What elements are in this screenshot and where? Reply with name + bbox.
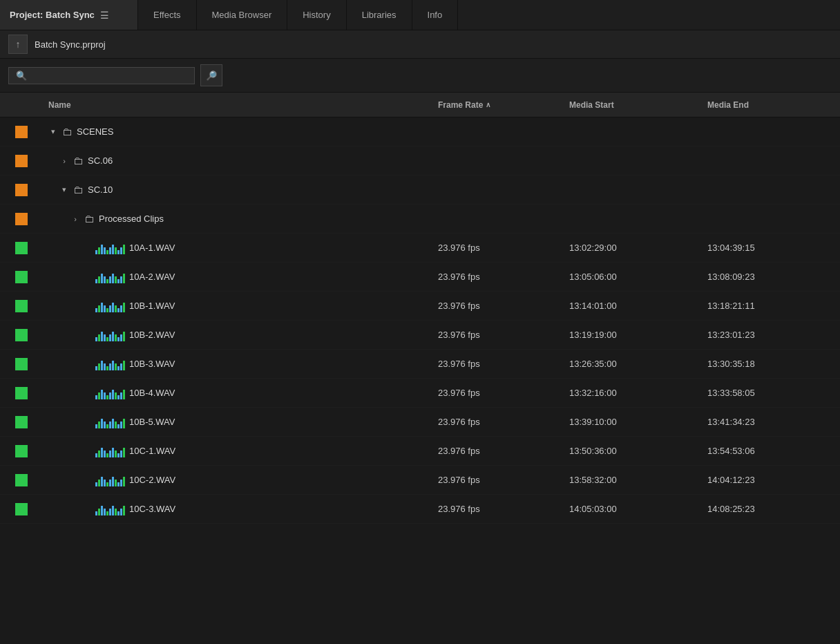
- chevron-icon[interactable]: ›: [59, 157, 69, 165]
- media-start-value: 13:19:19:00: [569, 330, 617, 340]
- sort-arrow-icon: ∧: [486, 101, 490, 108]
- chevron-icon[interactable]: ▾: [59, 185, 69, 194]
- color-badge: [15, 155, 28, 167]
- search-input[interactable]: [31, 70, 183, 81]
- cell-name[interactable]: ›🗀Processed Clips: [43, 213, 432, 225]
- cell-name[interactable]: ›🗀SC.06: [43, 155, 432, 167]
- cell-name[interactable]: 10C-3.WAV: [43, 503, 432, 515]
- media-start-value: 13:26:35:00: [569, 359, 617, 369]
- col-media-start[interactable]: Media Start: [564, 100, 702, 110]
- media-end-value: 13:04:39:15: [707, 243, 755, 253]
- col-framerate[interactable]: Frame Rate ∧: [432, 100, 564, 110]
- file-bar: ↑ Batch Sync.prproj: [0, 30, 840, 59]
- table-row[interactable]: 10A-2.WAV23.976 fps13:05:06:0013:08:09:2…: [0, 263, 840, 292]
- framerate-value: 23.976 fps: [438, 504, 480, 514]
- file-name: Batch Sync.prproj: [35, 39, 106, 50]
- color-badge: [15, 503, 28, 515]
- table-row[interactable]: 10B-4.WAV23.976 fps13:32:16:0013:33:58:0…: [0, 379, 840, 408]
- row-name-label: 10B-4.WAV: [129, 388, 175, 398]
- cell-name[interactable]: 10A-2.WAV: [43, 271, 432, 283]
- cell-color: [0, 300, 43, 312]
- row-name-label: 10B-1.WAV: [129, 301, 175, 311]
- color-badge: [15, 329, 28, 341]
- back-button[interactable]: ↑: [8, 35, 28, 54]
- cell-color: [0, 126, 43, 138]
- cell-name[interactable]: 10C-1.WAV: [43, 445, 432, 457]
- framerate-value: 23.976 fps: [438, 446, 480, 456]
- chevron-icon[interactable]: ▾: [48, 127, 58, 136]
- project-title: Project: Batch Sync: [10, 10, 95, 20]
- table-row[interactable]: 10B-3.WAV23.976 fps13:26:35:0013:30:35:1…: [0, 350, 840, 379]
- search-input-wrap[interactable]: 🔍: [8, 67, 195, 84]
- cell-name[interactable]: 10B-1.WAV: [43, 300, 432, 312]
- framerate-value: 23.976 fps: [438, 243, 480, 253]
- folder-icon: 🗀: [84, 213, 95, 225]
- tab-history[interactable]: History: [287, 0, 346, 30]
- tab-media-browser[interactable]: Media Browser: [197, 0, 288, 30]
- tab-libraries[interactable]: Libraries: [347, 0, 412, 30]
- table-row[interactable]: 10C-1.WAV23.976 fps13:50:36:0013:54:53:0…: [0, 437, 840, 466]
- cell-name[interactable]: 10B-3.WAV: [43, 358, 432, 370]
- search-bar: 🔍 🔎: [0, 59, 840, 93]
- hamburger-icon[interactable]: ☰: [100, 10, 109, 21]
- media-start-value: 14:05:03:00: [569, 504, 617, 514]
- cell-name[interactable]: 10B-2.WAV: [43, 329, 432, 341]
- table-row[interactable]: 10A-1.WAV23.976 fps13:02:29:0013:04:39:1…: [0, 234, 840, 263]
- find-button[interactable]: 🔎: [200, 64, 222, 86]
- chevron-icon[interactable]: ›: [70, 215, 80, 223]
- search-icon: 🔍: [16, 70, 27, 81]
- row-name-label: 10C-3.WAV: [129, 504, 175, 514]
- table-row[interactable]: 10B-1.WAV23.976 fps13:14:01:0013:18:21:1…: [0, 292, 840, 321]
- table-header: Name Frame Rate ∧ Media Start Media End: [0, 93, 840, 117]
- cell-media-end: 13:41:34:23: [702, 417, 840, 427]
- cell-name[interactable]: ▾🗀SC.10: [43, 184, 432, 196]
- find-icon: 🔎: [206, 70, 217, 81]
- cell-name[interactable]: 10C-2.WAV: [43, 474, 432, 486]
- table-row[interactable]: ›🗀SC.06: [0, 146, 840, 176]
- cell-media-start: 14:05:03:00: [564, 504, 702, 514]
- table-row[interactable]: ›🗀Processed Clips: [0, 205, 840, 234]
- cell-color: [0, 387, 43, 399]
- framerate-value: 23.976 fps: [438, 330, 480, 340]
- cell-name[interactable]: 10B-4.WAV: [43, 387, 432, 399]
- media-end-value: 13:54:53:06: [707, 446, 755, 456]
- cell-media-start: 13:39:10:00: [564, 417, 702, 427]
- media-end-value: 13:30:35:18: [707, 359, 755, 369]
- table-row[interactable]: 10B-5.WAV23.976 fps13:39:10:0013:41:34:2…: [0, 408, 840, 437]
- folder-icon: 🗀: [73, 155, 84, 167]
- color-badge: [15, 300, 28, 312]
- table-row[interactable]: 10B-2.WAV23.976 fps13:19:19:0013:23:01:2…: [0, 321, 840, 350]
- table-row[interactable]: 10C-2.WAV23.976 fps13:58:32:0014:04:12:2…: [0, 466, 840, 495]
- framerate-value: 23.976 fps: [438, 388, 480, 398]
- col-media-end[interactable]: Media End: [702, 100, 840, 110]
- cell-name[interactable]: 10A-1.WAV: [43, 242, 432, 254]
- cell-name[interactable]: 10B-5.WAV: [43, 416, 432, 428]
- media-start-value: 13:50:36:00: [569, 446, 617, 456]
- table-row[interactable]: ▾🗀SCENES: [0, 117, 840, 146]
- cell-name[interactable]: ▾🗀SCENES: [43, 126, 432, 138]
- color-badge: [15, 445, 28, 457]
- folder-icon: 🗀: [73, 184, 84, 196]
- col-name[interactable]: Name: [43, 100, 432, 110]
- table-row[interactable]: ▾🗀SC.10: [0, 176, 840, 205]
- cell-media-end: 13:04:39:15: [702, 243, 840, 253]
- table-body: ▾🗀SCENES›🗀SC.06▾🗀SC.10›🗀Processed Clips1…: [0, 117, 840, 640]
- cell-framerate: 23.976 fps: [432, 272, 564, 282]
- tab-effects[interactable]: Effects: [138, 0, 197, 30]
- media-end-value: 14:08:25:23: [707, 504, 755, 514]
- color-badge: [15, 184, 28, 196]
- row-name-label: 10C-2.WAV: [129, 475, 175, 485]
- tab-info[interactable]: Info: [412, 0, 459, 30]
- color-badge: [15, 387, 28, 399]
- cell-media-start: 13:14:01:00: [564, 301, 702, 311]
- framerate-value: 23.976 fps: [438, 475, 480, 485]
- cell-color: [0, 474, 43, 486]
- table-row[interactable]: 10C-3.WAV23.976 fps14:05:03:0014:08:25:2…: [0, 495, 840, 524]
- project-tab[interactable]: Project: Batch Sync ☰: [0, 0, 138, 30]
- cell-color: [0, 271, 43, 283]
- audio-waveform-icon: [95, 416, 125, 428]
- header: Project: Batch Sync ☰ Effects Media Brow…: [0, 0, 840, 30]
- cell-media-end: 14:04:12:23: [702, 475, 840, 485]
- audio-waveform-icon: [95, 242, 125, 254]
- color-badge: [15, 126, 28, 138]
